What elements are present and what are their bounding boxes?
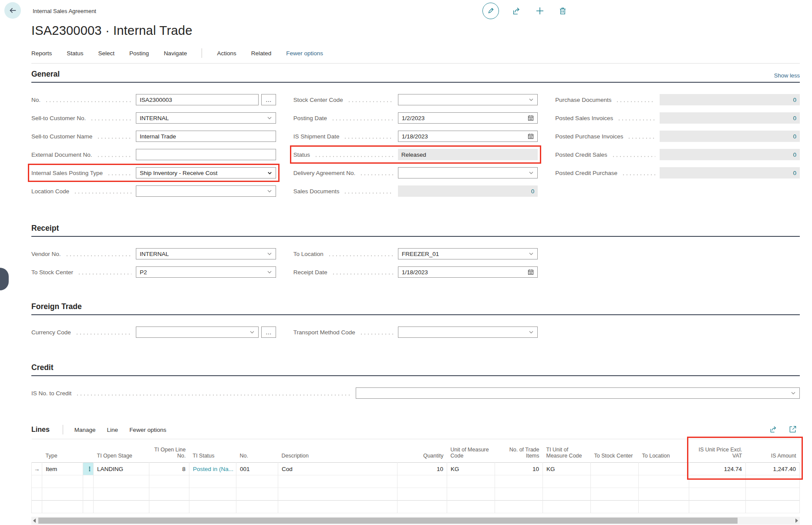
calendar-icon[interactable]: [528, 269, 534, 275]
empty-cell[interactable]: [236, 488, 278, 501]
cell-to-location[interactable]: [639, 463, 689, 475]
empty-cell[interactable]: [398, 475, 447, 488]
sales-documents-value[interactable]: 0: [398, 185, 538, 197]
menu-status[interactable]: Status: [67, 50, 83, 57]
posting-date-input[interactable]: 1/2/2023: [398, 112, 538, 124]
empty-cell[interactable]: [447, 501, 495, 513]
empty-cell[interactable]: [639, 488, 689, 501]
sell-to-customer-name-input[interactable]: Internal Trade: [136, 131, 276, 142]
calendar-icon[interactable]: [528, 133, 534, 139]
empty-cell[interactable]: [149, 501, 189, 513]
empty-cell[interactable]: [398, 488, 447, 501]
empty-cell[interactable]: [189, 501, 236, 513]
vendor-no-input[interactable]: INTERNAL: [136, 248, 276, 259]
empty-cell[interactable]: [689, 475, 746, 488]
empty-cell[interactable]: [591, 488, 639, 501]
empty-cell[interactable]: [94, 475, 149, 488]
col-ti-open-stage[interactable]: TI Open Stage: [94, 439, 149, 463]
currency-code-assist-button[interactable]: …: [261, 326, 276, 338]
cell-unit-of-measure-code[interactable]: KG: [447, 463, 495, 475]
chevron-down-icon[interactable]: [249, 330, 255, 335]
cell-ti-open-stage[interactable]: LANDING: [94, 463, 149, 475]
is-no-to-credit-input[interactable]: [356, 387, 800, 399]
cell-description[interactable]: Cod: [278, 463, 398, 475]
menu-actions[interactable]: Actions: [217, 50, 236, 57]
col-to-location[interactable]: To Location: [639, 439, 689, 463]
lines-share-button[interactable]: [769, 425, 778, 434]
share-button[interactable]: [512, 6, 522, 16]
fewer-options-button[interactable]: Fewer options: [286, 50, 323, 57]
empty-cell[interactable]: [278, 475, 398, 488]
side-pane-handle[interactable]: [0, 268, 9, 290]
to-stock-center-input[interactable]: P2: [136, 266, 276, 278]
menu-posting[interactable]: Posting: [129, 50, 149, 57]
chevron-down-icon[interactable]: [529, 330, 534, 335]
lines-fewer-options-button[interactable]: Fewer options: [129, 427, 166, 433]
back-button[interactable]: [4, 2, 21, 19]
row-options-button[interactable]: ⋮: [83, 463, 94, 475]
empty-cell[interactable]: [189, 475, 236, 488]
empty-cell[interactable]: [83, 501, 94, 513]
cell-type[interactable]: Item: [42, 463, 83, 475]
col-ti-unit-of-measure-code[interactable]: TI Unit of Measure Code: [543, 439, 591, 463]
select-arrow-icon[interactable]: [267, 171, 272, 175]
delete-button[interactable]: [558, 7, 567, 16]
posted-credit-sales-value[interactable]: 0: [660, 149, 800, 160]
horizontal-scrollbar[interactable]: [31, 517, 800, 525]
empty-cell[interactable]: [94, 501, 149, 513]
lines-menu-line[interactable]: Line: [107, 427, 118, 433]
cell-to-stock-center[interactable]: [591, 463, 639, 475]
scrollbar-thumb[interactable]: [38, 518, 738, 524]
empty-cell[interactable]: [639, 501, 689, 513]
menu-related[interactable]: Related: [251, 50, 272, 57]
col-description[interactable]: Description: [278, 439, 398, 463]
empty-cell[interactable]: [746, 488, 800, 501]
empty-cell[interactable]: [42, 475, 83, 488]
empty-cell[interactable]: [236, 501, 278, 513]
col-to-stock-center[interactable]: To Stock Center: [591, 439, 639, 463]
transport-method-code-input[interactable]: [398, 326, 538, 338]
cell-is-amount[interactable]: 1,247.40: [746, 463, 800, 475]
cell-quantity[interactable]: 10: [398, 463, 447, 475]
posted-credit-purchase-value[interactable]: 0: [660, 167, 800, 178]
empty-cell[interactable]: [42, 501, 83, 513]
empty-cell[interactable]: [278, 488, 398, 501]
empty-cell[interactable]: [278, 501, 398, 513]
empty-cell[interactable]: [495, 488, 543, 501]
currency-code-input[interactable]: [136, 326, 259, 338]
col-ti-status[interactable]: TI Status: [189, 439, 236, 463]
lines-open-in-new-button[interactable]: [788, 425, 797, 434]
empty-cell[interactable]: [83, 488, 94, 501]
col-no-of-trade-items[interactable]: No. of Trade Items: [495, 439, 543, 463]
cell-is-unit-price[interactable]: 124.74: [689, 463, 746, 475]
chevron-down-icon[interactable]: [267, 115, 272, 121]
empty-cell[interactable]: [543, 501, 591, 513]
empty-cell[interactable]: [32, 488, 42, 501]
empty-cell[interactable]: [591, 475, 639, 488]
calendar-icon[interactable]: [528, 115, 534, 121]
col-unit-of-measure-code[interactable]: Unit of Measure Code: [447, 439, 495, 463]
empty-cell[interactable]: [447, 475, 495, 488]
is-shipment-date-input[interactable]: 1/18/2023: [398, 131, 538, 142]
empty-cell[interactable]: [32, 501, 42, 513]
empty-cell[interactable]: [746, 475, 800, 488]
chevron-down-icon[interactable]: [529, 170, 534, 175]
cell-no[interactable]: 001: [236, 463, 278, 475]
cell-ti-status-link[interactable]: Posted in (Na...: [189, 463, 236, 475]
empty-cell[interactable]: [149, 488, 189, 501]
empty-cell[interactable]: [236, 475, 278, 488]
cell-ti-unit-of-measure-code[interactable]: KG: [543, 463, 591, 475]
chevron-down-icon[interactable]: [267, 188, 272, 194]
chevron-down-icon[interactable]: [267, 251, 272, 256]
chevron-down-icon[interactable]: [529, 97, 534, 102]
posted-purchase-invoices-value[interactable]: 0: [660, 131, 800, 142]
empty-cell[interactable]: [495, 475, 543, 488]
location-code-input[interactable]: [136, 185, 276, 197]
empty-cell[interactable]: [746, 501, 800, 513]
empty-cell[interactable]: [94, 488, 149, 501]
chevron-down-icon[interactable]: [791, 390, 796, 396]
empty-cell[interactable]: [639, 475, 689, 488]
cell-no-of-trade-items[interactable]: 10: [495, 463, 543, 475]
external-document-no-input[interactable]: [136, 149, 276, 160]
col-quantity[interactable]: Quantity: [398, 439, 447, 463]
